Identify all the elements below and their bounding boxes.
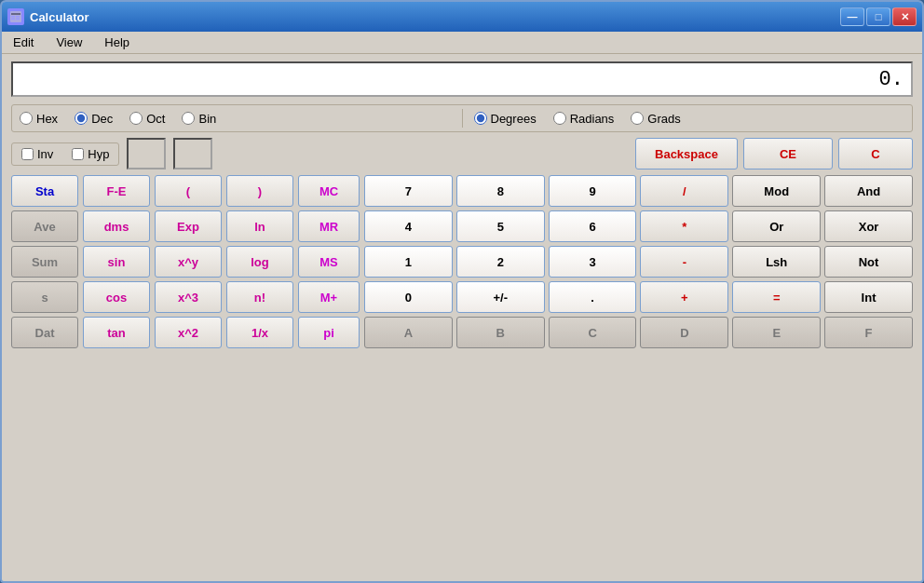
dms-button[interactable]: dms bbox=[83, 210, 150, 242]
backspace-button[interactable]: Backspace bbox=[635, 138, 738, 169]
radio-separator bbox=[462, 109, 463, 128]
lpar-button[interactable]: ( bbox=[155, 175, 222, 207]
app-icon bbox=[7, 8, 24, 25]
ave-button[interactable]: Ave bbox=[11, 210, 78, 242]
n6-button[interactable]: 6 bbox=[549, 210, 637, 242]
memory-column: MC MR MS M+ pi bbox=[298, 175, 360, 574]
sin-button[interactable]: sin bbox=[83, 246, 150, 278]
sub-button[interactable]: - bbox=[640, 246, 728, 278]
ehex-button[interactable]: E bbox=[732, 317, 821, 348]
and-button[interactable]: And bbox=[824, 175, 913, 207]
tan-button[interactable]: tan bbox=[83, 317, 150, 348]
hex-radio[interactable] bbox=[20, 112, 33, 125]
lsh-button[interactable]: Lsh bbox=[732, 246, 821, 278]
n8-button[interactable]: 8 bbox=[456, 175, 545, 207]
x3-button[interactable]: x^3 bbox=[155, 281, 222, 313]
n2-button[interactable]: 2 bbox=[456, 246, 545, 278]
menu-help[interactable]: Help bbox=[101, 34, 133, 51]
dec-radio[interactable] bbox=[75, 112, 88, 125]
xy-button[interactable]: x^y bbox=[155, 246, 222, 278]
eq-button[interactable]: = bbox=[732, 281, 821, 313]
degrees-radio[interactable] bbox=[474, 112, 487, 125]
dot-button[interactable]: . bbox=[549, 281, 637, 313]
minimize-button[interactable]: — bbox=[840, 7, 864, 26]
c-button[interactable]: C bbox=[838, 138, 913, 169]
inv-label: Inv bbox=[37, 147, 53, 161]
f-button[interactable]: F bbox=[824, 317, 913, 348]
not-button[interactable]: Not bbox=[824, 246, 913, 278]
int-button[interactable]: Int bbox=[824, 281, 913, 313]
hyp-checkbox-label[interactable]: Hyp bbox=[72, 147, 109, 161]
svg-rect-2 bbox=[11, 16, 15, 18]
number-base-radios: Hex Dec Oct Bin Degrees bbox=[11, 104, 913, 132]
svg-rect-1 bbox=[11, 13, 20, 15]
grads-radio-label[interactable]: Grads bbox=[631, 112, 680, 126]
close-button[interactable]: ✕ bbox=[892, 7, 917, 26]
oct-radio[interactable] bbox=[129, 112, 143, 125]
n5-button[interactable]: 5 bbox=[456, 210, 545, 242]
mod-button[interactable]: Mod bbox=[732, 175, 821, 207]
cos-button[interactable]: cos bbox=[83, 281, 150, 313]
exp-button[interactable]: Exp bbox=[155, 210, 222, 242]
n9-button[interactable]: 9 bbox=[549, 175, 637, 207]
ln-button[interactable]: ln bbox=[226, 210, 293, 242]
display: 0. bbox=[11, 61, 913, 97]
fe-button[interactable]: F-E bbox=[83, 175, 150, 207]
window-controls: — □ ✕ bbox=[840, 7, 917, 26]
stats-column: Sta Ave Sum s Dat bbox=[11, 175, 78, 574]
n3-button[interactable]: 3 bbox=[549, 246, 637, 278]
or-button[interactable]: Or bbox=[732, 210, 821, 242]
ms-button[interactable]: MS bbox=[298, 246, 360, 278]
dec-radio-label[interactable]: Dec bbox=[75, 112, 113, 126]
nl-button[interactable]: n! bbox=[226, 281, 293, 313]
svg-rect-5 bbox=[16, 19, 20, 20]
pi-button[interactable]: pi bbox=[298, 317, 360, 348]
mc-button[interactable]: MC bbox=[298, 175, 360, 207]
n0-button[interactable]: 0 bbox=[364, 281, 453, 313]
n1-button[interactable]: 1 bbox=[364, 246, 453, 278]
x2-button[interactable]: x^2 bbox=[155, 317, 222, 348]
menu-bar: Edit View Help bbox=[2, 32, 922, 54]
sum-button[interactable]: Sum bbox=[11, 246, 78, 278]
maximize-button[interactable]: □ bbox=[866, 7, 890, 26]
oct-radio-label[interactable]: Oct bbox=[129, 112, 165, 126]
hex-radio-label[interactable]: Hex bbox=[20, 112, 58, 126]
dat-button[interactable]: Dat bbox=[11, 317, 78, 348]
num-row-4: 0 +/- . + = Int bbox=[364, 281, 913, 313]
degrees-radio-label[interactable]: Degrees bbox=[474, 112, 537, 126]
color-box-2 bbox=[173, 138, 212, 169]
log-button[interactable]: log bbox=[226, 246, 293, 278]
div-button[interactable]: / bbox=[640, 175, 728, 207]
radians-radio[interactable] bbox=[553, 112, 566, 125]
d-button[interactable]: D bbox=[640, 317, 728, 348]
add-button[interactable]: + bbox=[640, 281, 728, 313]
recip-button[interactable]: 1/x bbox=[226, 317, 293, 348]
s-button[interactable]: s bbox=[11, 281, 78, 313]
menu-edit[interactable]: Edit bbox=[9, 34, 37, 51]
mul-button[interactable]: * bbox=[640, 210, 728, 242]
menu-view[interactable]: View bbox=[52, 34, 86, 51]
chex-button[interactable]: C bbox=[549, 317, 637, 348]
bin-radio-label[interactable]: Bin bbox=[182, 112, 216, 126]
hex-row: A B C D E F bbox=[364, 317, 913, 348]
b-button[interactable]: B bbox=[456, 317, 545, 348]
inv-checkbox[interactable] bbox=[21, 148, 34, 160]
grads-radio[interactable] bbox=[631, 112, 644, 125]
radians-radio-label[interactable]: Radians bbox=[553, 112, 615, 126]
a-button[interactable]: A bbox=[364, 317, 453, 348]
sci-col-2: ( Exp x^y x^3 x^2 bbox=[155, 175, 222, 574]
mplus-button[interactable]: M+ bbox=[298, 281, 360, 313]
bin-label: Bin bbox=[198, 112, 216, 126]
bin-radio[interactable] bbox=[182, 112, 195, 125]
pmneg-button[interactable]: +/- bbox=[456, 281, 545, 313]
n7-button[interactable]: 7 bbox=[364, 175, 453, 207]
hyp-checkbox[interactable] bbox=[72, 148, 84, 160]
display-value: 0. bbox=[879, 68, 904, 91]
rpar-button[interactable]: ) bbox=[226, 175, 293, 207]
inv-checkbox-label[interactable]: Inv bbox=[21, 147, 53, 161]
ce-button[interactable]: CE bbox=[743, 138, 833, 169]
mr-button[interactable]: MR bbox=[298, 210, 360, 242]
n4-button[interactable]: 4 bbox=[364, 210, 453, 242]
sta-button[interactable]: Sta bbox=[11, 175, 78, 207]
xor-button[interactable]: Xor bbox=[824, 210, 913, 242]
